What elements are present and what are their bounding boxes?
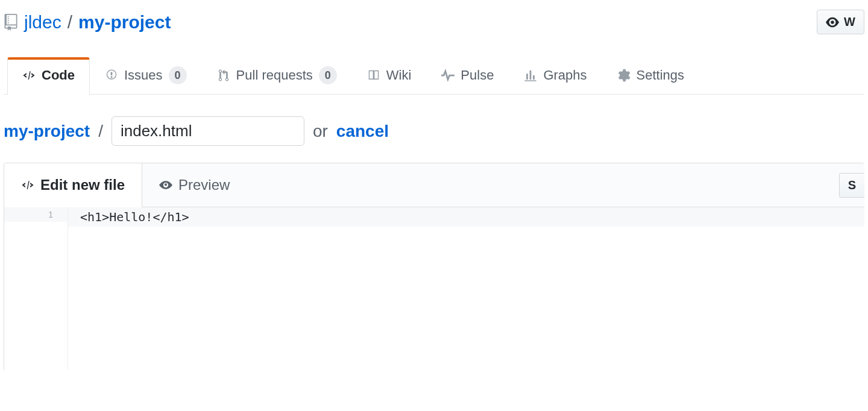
- tab-preview[interactable]: Preview: [142, 163, 247, 207]
- tab-edit-file-label: Edit new file: [40, 177, 125, 193]
- or-text: or: [313, 122, 328, 141]
- book-icon: [367, 69, 380, 82]
- line-number: 1: [4, 207, 68, 222]
- watch-label: W: [844, 15, 855, 29]
- tab-settings[interactable]: Settings: [602, 57, 700, 94]
- eye-icon: [826, 16, 839, 29]
- watch-button[interactable]: W: [817, 10, 864, 34]
- repo-owner-link[interactable]: jldec: [24, 12, 61, 33]
- tab-graphs-label: Graphs: [543, 67, 587, 83]
- pull-request-icon: [217, 69, 230, 82]
- filename-input[interactable]: [112, 116, 304, 146]
- breadcrumb-slash: /: [68, 12, 72, 33]
- gear-icon: [617, 69, 631, 82]
- tab-preview-label: Preview: [178, 177, 230, 193]
- issue-icon: [105, 69, 118, 82]
- repo-name-link[interactable]: my-project: [78, 12, 171, 33]
- indent-mode-button[interactable]: S: [839, 173, 864, 198]
- gutter: 1: [4, 207, 68, 370]
- pulse-icon: [441, 69, 454, 82]
- breadcrumb-slash-2: /: [98, 122, 103, 141]
- tab-pulse-label: Pulse: [461, 67, 494, 83]
- code-line[interactable]: <h1>Hello!</h1>: [68, 207, 864, 227]
- breadcrumb-root-link[interactable]: my-project: [4, 122, 90, 141]
- tab-settings-label: Settings: [637, 67, 685, 83]
- tab-wiki[interactable]: Wiki: [352, 57, 427, 94]
- tab-code[interactable]: Code: [7, 57, 90, 95]
- tab-pulse[interactable]: Pulse: [426, 57, 509, 94]
- code-icon: [21, 178, 34, 192]
- tab-issues[interactable]: Issues 0: [90, 57, 202, 94]
- tab-edit-file[interactable]: Edit new file: [4, 163, 142, 207]
- eye-icon: [159, 178, 172, 192]
- tab-wiki-label: Wiki: [386, 67, 412, 83]
- tab-code-label: Code: [42, 67, 75, 83]
- editor-tabs: Edit new file Preview S: [4, 163, 864, 207]
- tab-issues-count: 0: [169, 66, 187, 84]
- code-body[interactable]: <h1>Hello!</h1>: [68, 207, 864, 370]
- code-editor[interactable]: 1 <h1>Hello!</h1>: [4, 207, 864, 370]
- code-icon: [22, 69, 36, 82]
- tab-issues-label: Issues: [124, 67, 163, 83]
- editor-panel: Edit new file Preview S 1 <h1>Hello!</h1…: [4, 163, 864, 370]
- tab-graphs[interactable]: Graphs: [509, 57, 602, 94]
- cancel-link[interactable]: cancel: [336, 122, 389, 141]
- tab-pull-requests[interactable]: Pull requests 0: [202, 57, 352, 94]
- repo-icon: [4, 14, 18, 31]
- tab-pulls-count: 0: [319, 66, 337, 84]
- file-breadcrumb: my-project / or cancel: [0, 95, 868, 157]
- tab-pulls-label: Pull requests: [236, 67, 313, 83]
- repo-title: jldec / my-project: [4, 12, 171, 33]
- graph-icon: [524, 69, 537, 82]
- repo-tabs: Code Issues 0 Pull requests 0 Wiki Pulse…: [4, 57, 864, 95]
